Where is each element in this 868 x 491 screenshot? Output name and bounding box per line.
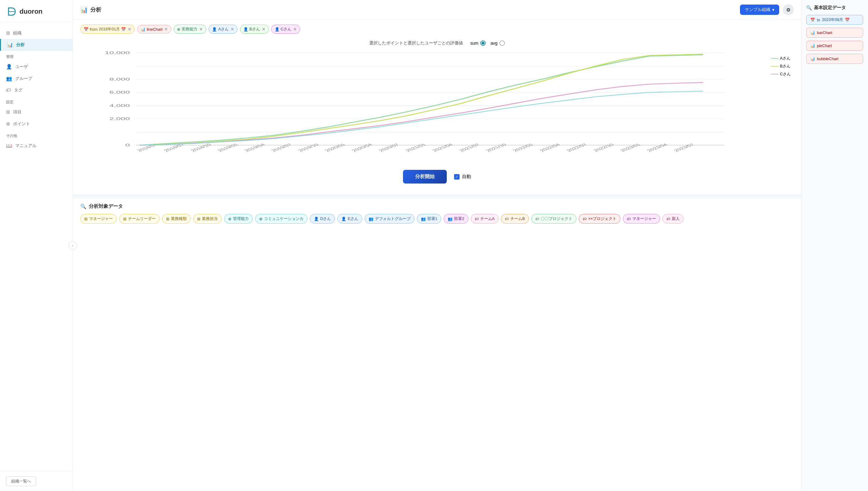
org-selector-button[interactable]: サンプル組織 ▾ (740, 5, 779, 15)
tag-job-resp[interactable]: ⊞ 業務担当 (193, 214, 222, 224)
bubblechart-option[interactable]: 📊 bubbleChart (806, 54, 863, 64)
user-e-icon: 👤 (341, 216, 346, 221)
avg-radio-circle[interactable] (499, 40, 505, 46)
sidebar-item-analysis[interactable]: 📊 分析 (0, 39, 73, 51)
filter-user-a-close[interactable]: ✕ (230, 27, 234, 32)
sidebar-item-points-label: ポイント (13, 121, 30, 127)
bottom-controls: 分析開始 ✓ 自動 (80, 165, 794, 190)
sidebar-item-users[interactable]: 👤 ユーザ (0, 61, 73, 73)
org-list-button[interactable]: 組織一覧へ (6, 476, 36, 486)
tag-team-a-label: チームA (480, 216, 495, 222)
sidebar-item-manual[interactable]: 📖 マニュアル (0, 140, 73, 152)
target-tags: ⊞ マネージャー ⊞ チームリーダー ⊞ 業務種類 ⊞ 業務担当 ⊕ (80, 214, 794, 224)
barchart-option[interactable]: 📊 barChart (806, 28, 863, 38)
svg-text:2021/04: 2021/04 (431, 143, 454, 152)
sidebar-item-points[interactable]: ⊕ ポイント (0, 118, 73, 130)
tag-team-leader[interactable]: ⊞ チームリーダー (119, 214, 160, 224)
tag-team-a[interactable]: 🏷 チームA (471, 214, 499, 224)
tag-job-type[interactable]: ⊞ 業務種類 (162, 214, 191, 224)
svg-text:2023/01: 2023/01 (619, 143, 642, 152)
tag-default-group[interactable]: 👥 デフォルトグループ (365, 214, 414, 224)
tag-user-e[interactable]: 👤 Eさん (337, 214, 362, 224)
svg-text:10,000: 10,000 (105, 51, 130, 55)
filter-chip-user-a[interactable]: 👤 Aさん ✕ (209, 25, 238, 34)
sidebar-bottom: 組織一覧へ (0, 471, 73, 491)
barchart-icon: 📊 (810, 30, 815, 35)
group-dept2-icon: 👥 (448, 216, 453, 221)
user-settings-button[interactable]: ⚙ (783, 4, 794, 15)
tag-newbie[interactable]: 🏷 新人 (662, 214, 684, 224)
grid-icon-teamleader: ⊞ (123, 216, 127, 221)
right-panel: 🔍 基本設定データ 📅 to 2023年08月 📅 📊 barChart 📊 p… (801, 0, 868, 491)
svg-text:2022/04: 2022/04 (538, 143, 562, 152)
sidebar-item-tags[interactable]: 🏷 タグ (0, 84, 73, 96)
filter-from-close[interactable]: ✕ (128, 27, 131, 32)
legend-line-c (771, 74, 778, 75)
grid-icon-jobresp: ⊞ (197, 216, 200, 221)
auto-checkbox[interactable]: ✓ (454, 174, 460, 179)
tag-icon: 🏷 (6, 87, 11, 93)
chevron-down-icon: ▾ (772, 7, 774, 12)
plus-circle-mgmt: ⊕ (228, 216, 232, 221)
filter-chip-skill[interactable]: ⊕ 実務能力 ✕ (174, 25, 206, 34)
auto-label: 自動 (462, 174, 471, 179)
filter-chip-linechart[interactable]: 📊 lineChart ✕ (137, 25, 171, 33)
sidebar-item-analysis-label: 分析 (16, 42, 25, 48)
svg-text:2020/04: 2020/04 (350, 143, 374, 152)
tag-mgmt-skill-label: 管理能力 (233, 216, 249, 222)
radio-sum[interactable]: sum (470, 40, 485, 46)
legend-label-c: Cさん (780, 71, 791, 77)
tag-team-leader-label: チームリーダー (128, 216, 156, 222)
analyze-button[interactable]: 分析開始 (403, 170, 447, 183)
svg-text:2023/07: 2023/07 (673, 143, 696, 152)
sidebar-item-org[interactable]: ⊞ 組織 (0, 27, 73, 39)
tag-dept2[interactable]: 👥 部署2 (444, 214, 468, 224)
sidebar-collapse-button[interactable]: ‹ (69, 241, 77, 250)
to-date-chip[interactable]: 📅 to 2023年08月 📅 (806, 15, 863, 25)
chart-line-c (140, 83, 703, 145)
tag-mgmt-skill[interactable]: ⊕ 管理能力 (224, 214, 253, 224)
sidebar-item-groups[interactable]: 👥 グループ (0, 73, 73, 84)
svg-text:2021/01: 2021/01 (404, 143, 428, 152)
legend-line-a (771, 58, 778, 59)
tag-dept1[interactable]: 👥 部署1 (417, 214, 441, 224)
svg-text:6,000: 6,000 (109, 90, 130, 94)
tag-comm-skill[interactable]: ⊕ コミュニケーションカ (255, 214, 307, 224)
tag-user-d[interactable]: 👤 Dさん (310, 214, 335, 224)
tag-project-xx[interactable]: 🏷 ××プロジェクト (579, 214, 620, 224)
group-default-icon: 👥 (369, 216, 374, 221)
piechart-option[interactable]: 📊 pieChart (806, 41, 863, 51)
tag-manager[interactable]: ⊞ マネージャー (80, 214, 117, 224)
sidebar-item-items[interactable]: ⊞ 項目 (0, 106, 73, 118)
piechart-label: pieChart (817, 44, 832, 48)
legend-item-b: Bさん (771, 63, 791, 69)
filter-chip-user-b[interactable]: 👤 Bさん ✕ (240, 25, 269, 34)
filter-chip-user-c[interactable]: 👤 Cさん ✕ (271, 25, 300, 34)
filter-skill-close[interactable]: ✕ (199, 27, 203, 32)
radio-avg[interactable]: avg (491, 40, 505, 46)
filter-user-a-label: Aさん (218, 26, 229, 32)
tag-comm-skill-label: コミュニケーションカ (264, 216, 303, 222)
bubblechart-label: bubbleChart (817, 57, 839, 61)
tag-project-oo[interactable]: 🏷 〇〇プロジェクト (531, 214, 576, 224)
legend-label-b: Bさん (780, 63, 791, 69)
content-area: 📅 from 2018年01月 📅 ✕ 📊 lineChart ✕ ⊕ 実務能力… (73, 20, 801, 491)
chart-line-icon: 📊 (140, 27, 145, 32)
filter-chip-from[interactable]: 📅 from 2018年01月 📅 ✕ (80, 25, 135, 34)
svg-text:2022/01: 2022/01 (512, 143, 535, 152)
tag-team-b-label: チームB (510, 216, 525, 222)
grid-icon-manager: ⊞ (84, 216, 88, 221)
sum-radio-circle[interactable] (480, 40, 486, 46)
point-icon: ⊕ (6, 121, 10, 127)
calendar-to-icon: 📅 (810, 18, 815, 22)
tag-manager-tag[interactable]: 🏷 マネージャー (623, 214, 660, 224)
tag-manager-tag-icon: 🏷 (627, 216, 631, 221)
filter-linechart-close[interactable]: ✕ (164, 27, 168, 32)
group-icon: 👥 (6, 76, 12, 81)
settings-section-label: 設定 (0, 96, 73, 106)
filter-user-b-close[interactable]: ✕ (262, 27, 266, 32)
tag-team-b[interactable]: 🏷 チームB (501, 214, 529, 224)
filter-user-c-close[interactable]: ✕ (293, 27, 297, 32)
barchart-label: barChart (817, 30, 833, 35)
tag-dept2-label: 部署2 (454, 216, 464, 222)
